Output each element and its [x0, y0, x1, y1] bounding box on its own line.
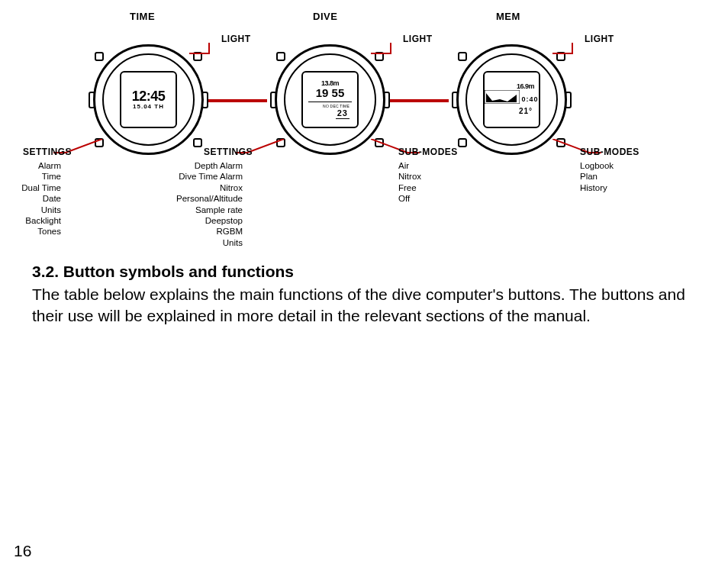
light-label-time: LIGHT [221, 34, 251, 44]
list-item: Logbook [580, 160, 641, 171]
list-item: Personal/Altitude [168, 193, 243, 204]
mode-title-mem: MEM [496, 11, 520, 22]
watch-dive: 13.8m 19 55 NO DEC TIME 23 [275, 44, 385, 155]
list-item: Nitrox [168, 182, 243, 193]
submodes-list-mem: LogbookPlanHistory [580, 160, 641, 193]
settings-label-time: SETTINGS [23, 147, 72, 157]
dive-nodec-value: 23 [336, 108, 350, 119]
screen-dive: 13.8m 19 55 NO DEC TIME 23 [301, 71, 359, 128]
submodes-list-dive: AirNitroxFreeOff [398, 160, 459, 205]
dive-mid: 19 55 [316, 87, 345, 100]
section-body: 3.2. Button symbols and functions The ta… [32, 263, 696, 327]
list-item: Date [8, 193, 61, 204]
list-item: RGBM [168, 226, 243, 237]
time-display: 12:45 [132, 89, 166, 103]
submodes-label-mem: SUB-MODES [580, 147, 639, 157]
list-item: Time [8, 171, 61, 182]
list-item: Nitrox [398, 171, 459, 182]
list-item: Tones [8, 226, 61, 237]
mem-temp: 21° [519, 107, 533, 116]
submodes-label-dive: SUB-MODES [398, 147, 458, 157]
list-item: Free [398, 182, 459, 193]
list-item: Units [168, 237, 243, 248]
list-item: Dive Time Alarm [168, 171, 243, 182]
list-item: Plan [580, 171, 641, 182]
list-item: Backlight [8, 215, 61, 226]
settings-label-dive: SETTINGS [204, 147, 253, 157]
watch-mem: 16.9m 0:40 21° [456, 44, 567, 155]
settings-list-time: AlarmTimeDual TimeDateUnitsBacklightTone… [8, 160, 61, 237]
screen-mem: 16.9m 0:40 21° [483, 71, 540, 128]
date-display: 15.04 TH [133, 103, 164, 111]
settings-list-dive: Depth AlarmDive Time AlarmNitroxPersonal… [168, 160, 243, 248]
mem-duration: 0:40 [521, 95, 538, 104]
section-paragraph: The table below explains the main functi… [32, 284, 696, 327]
list-item: Air [398, 160, 459, 171]
section-heading: 3.2. Button symbols and functions [32, 263, 696, 281]
light-label-mem: LIGHT [585, 34, 614, 44]
list-item: Off [398, 193, 459, 204]
light-label-dive: LIGHT [403, 34, 433, 44]
mode-title-dive: DIVE [313, 11, 337, 22]
page-number: 16 [14, 542, 31, 560]
mode-diagram: TIME 12:45 15.04 TH LIGHT SETTINGS Alarm… [23, 11, 705, 247]
list-item: History [580, 182, 641, 193]
list-item: Deepstop [168, 215, 243, 226]
list-item: Alarm [8, 160, 61, 171]
list-item: Dual Time [8, 182, 61, 193]
watch-time: 12:45 15.04 TH [93, 44, 204, 155]
mem-depth: 16.9m [517, 83, 534, 90]
list-item: Sample rate [168, 205, 243, 215]
list-item: Depth Alarm [168, 160, 243, 171]
screen-time: 12:45 15.04 TH [120, 71, 177, 128]
list-item: Units [8, 205, 61, 215]
mem-graph [485, 90, 520, 104]
mode-title-time: TIME [130, 11, 155, 22]
